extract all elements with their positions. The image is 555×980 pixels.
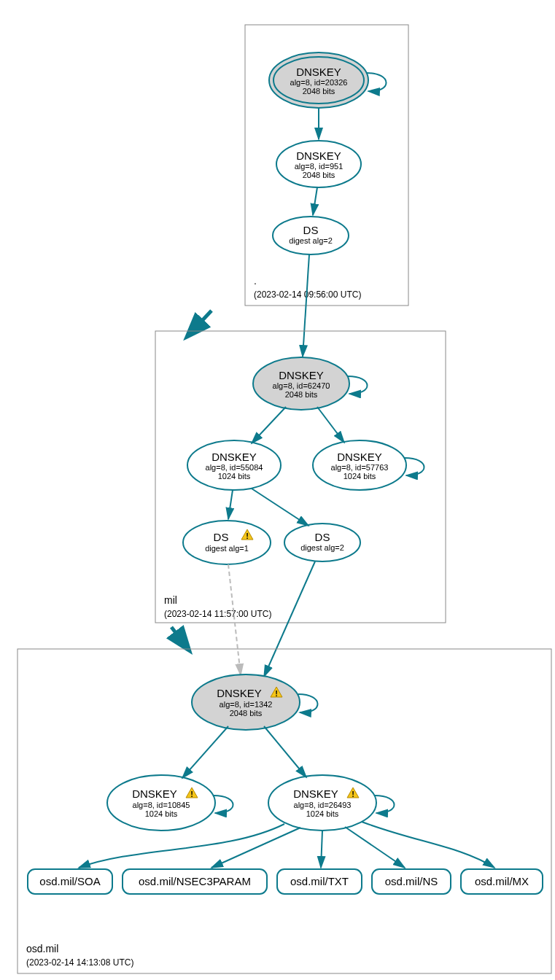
node-root-ksk: DNSKEY alg=8, id=20326 2048 bits bbox=[269, 52, 368, 108]
svg-text:DNSKEY: DNSKEY bbox=[132, 788, 177, 800]
node-osd-zsk1: DNSKEY alg=8, id=10845 1024 bits ! bbox=[107, 775, 215, 831]
edge-root-zsk-ds bbox=[313, 187, 317, 215]
svg-text:DNSKEY: DNSKEY bbox=[296, 66, 341, 78]
svg-text:alg=8, id=62470: alg=8, id=62470 bbox=[273, 381, 330, 390]
svg-text:DS: DS bbox=[315, 531, 330, 543]
edge-zsk2-mx bbox=[362, 822, 494, 868]
node-mil-ds2: DS digest alg=2 bbox=[284, 524, 360, 561]
edge-delegation-root-mil bbox=[188, 311, 211, 335]
edge-mil-zsk1-ds1 bbox=[228, 490, 233, 519]
edge-mil-ksk-zsk2 bbox=[317, 407, 344, 443]
node-root-zsk: DNSKEY alg=8, id=951 2048 bits bbox=[276, 141, 361, 187]
edge-root-ksk-self bbox=[367, 73, 387, 91]
svg-text:2048 bits: 2048 bits bbox=[230, 709, 263, 718]
svg-text:DS: DS bbox=[303, 224, 319, 236]
svg-text:!: ! bbox=[190, 790, 193, 798]
edge-osd-zsk2-self bbox=[375, 796, 395, 813]
zone-mil-timestamp: (2023-02-14 11:57:00 UTC) bbox=[164, 609, 271, 619]
node-root-ds: DS digest alg=2 bbox=[273, 217, 349, 254]
svg-text:alg=8, id=26493: alg=8, id=26493 bbox=[294, 801, 352, 809]
svg-text:DNSKEY: DNSKEY bbox=[296, 149, 341, 162]
svg-text:!: ! bbox=[275, 689, 278, 698]
svg-text:alg=8, id=55084: alg=8, id=55084 bbox=[206, 463, 263, 472]
rr-soa: osd.mil/SOA bbox=[28, 869, 112, 894]
edge-osd-ksk-zsk2 bbox=[264, 726, 306, 777]
edge-delegation-mil-osd bbox=[171, 627, 188, 649]
zone-osd: osd.mil (2023-02-14 14:13:08 UTC) DNSKEY… bbox=[18, 649, 551, 973]
edge-zsk2-soa bbox=[79, 824, 284, 868]
zone-root: . (2023-02-14 09:56:00 UTC) DNSKEY alg=8… bbox=[245, 25, 408, 306]
svg-text:2048 bits: 2048 bits bbox=[285, 390, 318, 399]
edge-zsk2-nsec3 bbox=[211, 828, 300, 868]
svg-text:osd.mil/NS: osd.mil/NS bbox=[385, 875, 438, 887]
node-mil-ksk: DNSKEY alg=8, id=62470 2048 bits bbox=[253, 357, 349, 410]
svg-text:2048 bits: 2048 bits bbox=[303, 87, 335, 96]
svg-text:osd.mil/NSEC3PARAM: osd.mil/NSEC3PARAM bbox=[139, 875, 251, 887]
svg-text:osd.mil/TXT: osd.mil/TXT bbox=[290, 875, 349, 887]
svg-text:DNSKEY: DNSKEY bbox=[217, 687, 262, 699]
svg-text:alg=8, id=57763: alg=8, id=57763 bbox=[331, 463, 389, 472]
edge-mil-ksk-self bbox=[348, 376, 368, 394]
edge-mil-ksk-zsk1 bbox=[252, 407, 286, 443]
zone-osd-label: osd.mil bbox=[26, 943, 58, 954]
svg-text:DNSKEY: DNSKEY bbox=[293, 788, 338, 800]
node-mil-zsk1: DNSKEY alg=8, id=55084 1024 bits bbox=[187, 440, 281, 490]
rr-nsec3param: osd.mil/NSEC3PARAM bbox=[123, 869, 267, 894]
svg-text:osd.mil/SOA: osd.mil/SOA bbox=[39, 875, 100, 887]
edge-osd-zsk1-self bbox=[214, 796, 233, 813]
node-mil-zsk2: DNSKEY alg=8, id=57763 1024 bits bbox=[313, 440, 406, 490]
svg-text:DNSKEY: DNSKEY bbox=[337, 451, 382, 463]
edge-mil-zsk1-ds2 bbox=[252, 489, 308, 526]
zone-root-label: . bbox=[254, 275, 257, 287]
svg-text:!: ! bbox=[246, 532, 249, 540]
dnssec-chain-diagram: . (2023-02-14 09:56:00 UTC) DNSKEY alg=8… bbox=[7, 7, 555, 980]
node-osd-zsk2: DNSKEY alg=8, id=26493 1024 bits ! bbox=[268, 775, 376, 831]
svg-text:digest alg=1: digest alg=1 bbox=[205, 544, 249, 553]
svg-text:alg=8, id=20326: alg=8, id=20326 bbox=[290, 78, 348, 87]
edge-osd-ksk-self bbox=[298, 694, 318, 712]
svg-text:digest alg=2: digest alg=2 bbox=[289, 236, 333, 245]
svg-text:digest alg=2: digest alg=2 bbox=[300, 543, 344, 552]
svg-text:DS: DS bbox=[214, 531, 229, 543]
rr-ns: osd.mil/NS bbox=[372, 869, 451, 894]
edge-zsk2-txt bbox=[321, 831, 322, 868]
edge-mil-zsk2-self bbox=[405, 458, 424, 475]
svg-text:1024 bits: 1024 bits bbox=[145, 809, 178, 818]
svg-text:1024 bits: 1024 bits bbox=[344, 472, 376, 481]
zone-mil: mil (2023-02-14 11:57:00 UTC) DNSKEY alg… bbox=[155, 331, 446, 623]
svg-text:DNSKEY: DNSKEY bbox=[279, 369, 324, 381]
svg-text:alg=8, id=1342: alg=8, id=1342 bbox=[220, 700, 273, 709]
svg-text:2048 bits: 2048 bits bbox=[303, 171, 335, 179]
svg-text:DNSKEY: DNSKEY bbox=[211, 451, 257, 463]
node-mil-ds1: DS digest alg=1 ! bbox=[183, 521, 271, 564]
svg-text:osd.mil/MX: osd.mil/MX bbox=[475, 875, 529, 887]
svg-text:alg=8, id=10845: alg=8, id=10845 bbox=[133, 801, 190, 809]
edge-osd-ksk-zsk1 bbox=[182, 726, 228, 778]
edge-ds2-osd-ksk bbox=[264, 561, 315, 677]
svg-text:alg=8, id=951: alg=8, id=951 bbox=[295, 162, 344, 171]
svg-text:1024 bits: 1024 bits bbox=[306, 809, 339, 818]
svg-text:1024 bits: 1024 bits bbox=[218, 472, 251, 481]
svg-text:!: ! bbox=[352, 790, 354, 798]
rr-txt: osd.mil/TXT bbox=[277, 869, 362, 894]
zone-mil-label: mil bbox=[164, 594, 177, 606]
zone-osd-timestamp: (2023-02-14 14:13:08 UTC) bbox=[26, 957, 133, 968]
edge-ds1-osd-ksk bbox=[228, 564, 241, 675]
rr-mx: osd.mil/MX bbox=[461, 869, 543, 894]
node-osd-ksk: DNSKEY alg=8, id=1342 2048 bits ! bbox=[192, 674, 300, 730]
